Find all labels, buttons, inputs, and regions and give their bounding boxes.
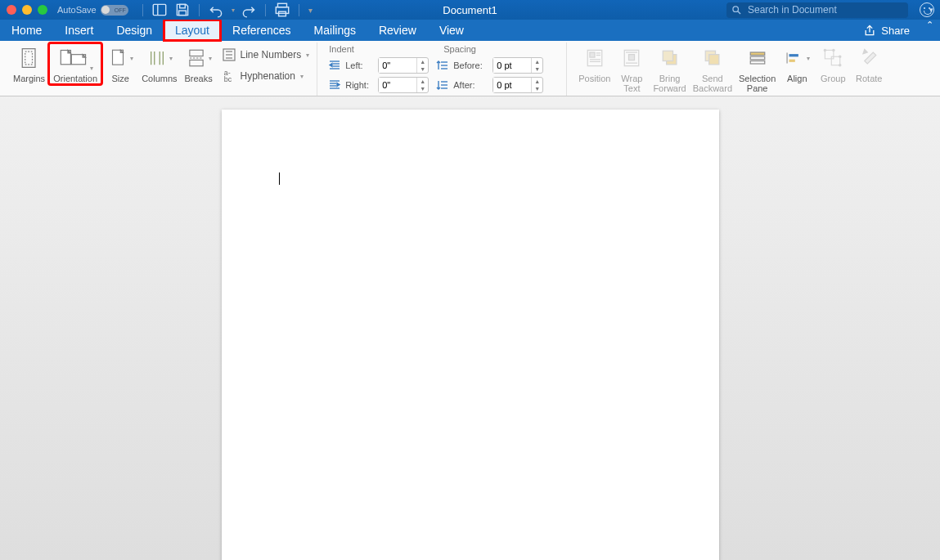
- align-icon: ▾: [784, 44, 810, 72]
- window-controls: [7, 5, 47, 15]
- svg-point-7: [733, 6, 739, 11]
- indent-right-input[interactable]: ▲▼: [378, 77, 429, 93]
- svg-rect-53: [750, 52, 765, 56]
- svg-rect-54: [750, 56, 765, 60]
- share-label: Share: [881, 25, 910, 37]
- svg-rect-50: [663, 51, 672, 60]
- svg-rect-60: [832, 56, 841, 65]
- svg-rect-59: [825, 50, 834, 59]
- wrap-text-icon: [618, 44, 645, 72]
- svg-rect-19: [189, 60, 202, 65]
- size-button[interactable]: ▾ Size: [102, 43, 138, 85]
- line-numbers-button[interactable]: Line Numbers ▾: [217, 46, 313, 64]
- autosave-toggle[interactable]: OFF: [101, 5, 128, 16]
- document-page[interactable]: [222, 110, 719, 560]
- spacing-before-icon: [435, 59, 450, 72]
- svg-point-63: [839, 56, 841, 57]
- indent-left-down[interactable]: ▼: [417, 65, 428, 73]
- ribbon-tabs: Home Insert Design Layout References Mai…: [0, 20, 940, 41]
- rotate-button: Rotate: [851, 43, 887, 85]
- orientation-button[interactable]: ▾ Orientation: [48, 43, 102, 85]
- hyphenation-icon: a-bc: [219, 68, 237, 84]
- redo-icon[interactable]: [240, 2, 258, 17]
- undo-more-icon[interactable]: ▾: [232, 7, 235, 14]
- svg-rect-2: [179, 4, 185, 7]
- tab-layout[interactable]: Layout: [164, 20, 221, 41]
- text-cursor: [279, 172, 280, 185]
- spacing-after-up[interactable]: ▲: [532, 78, 542, 85]
- svg-rect-52: [708, 55, 718, 65]
- collapse-ribbon-button[interactable]: ⌃: [920, 20, 940, 41]
- tab-design[interactable]: Design: [105, 20, 164, 41]
- autosave-label: AutoSave: [57, 5, 97, 15]
- columns-icon: ▾: [146, 44, 173, 72]
- group-icon: [820, 44, 846, 72]
- save-icon[interactable]: [173, 2, 191, 17]
- document-workspace[interactable]: [0, 96, 940, 560]
- bring-forward-button: Bring Forward: [650, 43, 689, 95]
- position-icon: [582, 44, 608, 72]
- tab-view[interactable]: View: [428, 20, 475, 41]
- spacing-before-down[interactable]: ▼: [532, 65, 542, 73]
- margins-icon: [16, 44, 43, 72]
- fullscreen-window-button[interactable]: [38, 5, 47, 15]
- svg-rect-3: [178, 11, 186, 16]
- title-bar: AutoSave OFF ▾ ▾ Document1: [0, 0, 940, 20]
- svg-rect-5: [276, 7, 288, 14]
- indent-label: Indent: [329, 44, 443, 54]
- page-setup-group: Margins ▾ Orientation ▾ Size: [5, 43, 317, 96]
- paragraph-group: Indent Spacing Left: ▲▼: [321, 43, 567, 96]
- svg-rect-0: [153, 4, 165, 15]
- search-box[interactable]: [726, 2, 908, 18]
- minimize-window-button[interactable]: [22, 5, 32, 15]
- spacing-after-input[interactable]: ▲▼: [492, 77, 543, 93]
- indent-right-up[interactable]: ▲: [417, 78, 428, 85]
- share-button[interactable]: Share: [853, 20, 920, 41]
- qat-customize-icon[interactable]: ▾: [308, 6, 313, 15]
- print-icon[interactable]: [273, 2, 291, 17]
- tab-home[interactable]: Home: [0, 20, 53, 41]
- columns-button[interactable]: ▾ Columns: [138, 43, 180, 85]
- svg-rect-40: [590, 52, 595, 57]
- indent-left-input[interactable]: ▲▼: [378, 57, 429, 74]
- group-button: Group: [815, 43, 851, 85]
- indent-left-up[interactable]: ▲: [417, 58, 428, 65]
- hyphenation-button[interactable]: a-bc Hyphenation ▾: [217, 67, 313, 85]
- spacing-before-up[interactable]: ▲: [532, 58, 542, 65]
- selection-pane-button[interactable]: Selection Pane: [735, 43, 779, 95]
- spacing-after-icon: [435, 78, 450, 92]
- indent-right-icon: [327, 78, 342, 92]
- tab-insert[interactable]: Insert: [53, 20, 105, 41]
- align-button[interactable]: ▾ Align: [779, 43, 815, 85]
- tab-review[interactable]: Review: [367, 20, 428, 41]
- indent-left-icon: [327, 59, 342, 72]
- tab-references[interactable]: References: [221, 20, 303, 41]
- tab-mailings[interactable]: Mailings: [303, 20, 367, 41]
- feedback-button[interactable]: ▾: [920, 2, 933, 17]
- rotate-icon: [856, 44, 882, 72]
- search-input[interactable]: [746, 3, 903, 16]
- position-button: Position: [575, 43, 614, 85]
- svg-rect-58: [789, 60, 795, 62]
- close-window-button[interactable]: [7, 5, 16, 15]
- svg-rect-55: [750, 61, 765, 65]
- spacing-before-input[interactable]: ▲▼: [492, 57, 543, 74]
- svg-point-61: [824, 49, 825, 51]
- send-backward-icon: [699, 44, 726, 72]
- quick-access-toolbar: ▾ ▾: [140, 2, 313, 17]
- orientation-icon: ▾: [57, 44, 93, 72]
- margins-button[interactable]: Margins: [10, 43, 48, 85]
- svg-point-64: [839, 65, 841, 66]
- smiley-icon: [920, 2, 934, 17]
- svg-point-62: [833, 49, 834, 51]
- svg-rect-18: [189, 50, 202, 56]
- spacing-after-down[interactable]: ▼: [532, 85, 542, 92]
- indent-right-down[interactable]: ▼: [417, 85, 428, 92]
- selection-pane-icon: [744, 44, 771, 72]
- breaks-button[interactable]: ▾ Breaks: [181, 43, 217, 85]
- document-title: Document1: [443, 4, 497, 16]
- home-view-icon[interactable]: [151, 2, 169, 17]
- autosave-control[interactable]: AutoSave OFF: [57, 5, 128, 16]
- send-backward-button: Send Backward: [690, 43, 735, 95]
- undo-icon[interactable]: [207, 2, 225, 17]
